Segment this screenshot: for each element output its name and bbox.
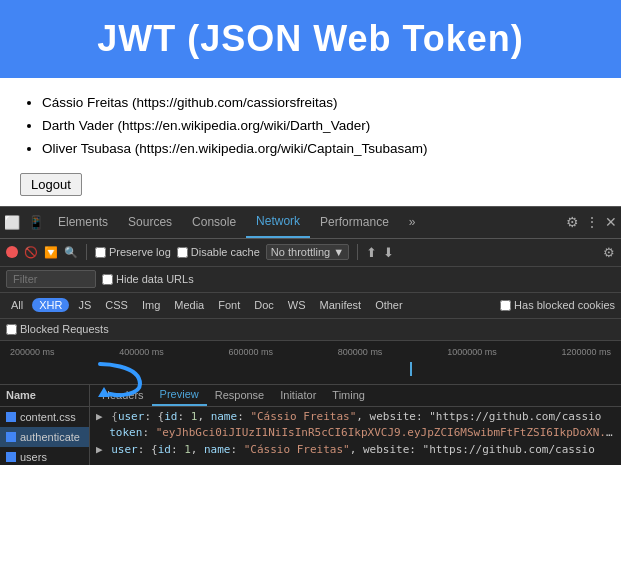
timeline: 200000 ms 400000 ms 600000 ms 800000 ms … xyxy=(0,341,621,385)
timeline-labels: 200000 ms 400000 ms 600000 ms 800000 ms … xyxy=(0,343,621,357)
filter-bar: Hide data URLs xyxy=(0,267,621,293)
type-btn-font[interactable]: Font xyxy=(213,298,245,312)
mobile-icon[interactable]: 📱 xyxy=(28,215,44,230)
preview-tab-initiator[interactable]: Initiator xyxy=(272,385,324,406)
timeline-indicator xyxy=(410,362,412,376)
type-btn-img[interactable]: Img xyxy=(137,298,165,312)
chevron-down-icon: ▼ xyxy=(333,246,344,258)
page-title: JWT (JSON Web Token) xyxy=(20,18,601,60)
network-toolbar: 🚫 🔽 🔍 Preserve log Disable cache No thro… xyxy=(0,239,621,267)
preview-tab-timing[interactable]: Timing xyxy=(324,385,373,406)
preview-tab-headers[interactable]: Headers xyxy=(94,385,152,406)
filter-icon[interactable]: 🔽 xyxy=(44,245,58,259)
tab-sources[interactable]: Sources xyxy=(118,207,182,238)
file-list-panel: Name content.css authenticate users Head xyxy=(0,385,621,465)
tab-more[interactable]: » xyxy=(399,207,426,238)
type-btn-media[interactable]: Media xyxy=(169,298,209,312)
has-blocked-cookies-input[interactable] xyxy=(500,300,511,311)
type-btn-xhr[interactable]: XHR xyxy=(32,298,69,312)
clear-icon[interactable]: 🚫 xyxy=(24,245,38,259)
type-btn-other[interactable]: Other xyxy=(370,298,408,312)
tab-network[interactable]: Network xyxy=(246,207,310,238)
resize-icons: ⬜ 📱 xyxy=(4,215,44,230)
preview-line-2: token: "eyJhbGci0iJIUzI1NiIsInR5cCI6IkpX… xyxy=(96,425,615,442)
page-header: JWT (JSON Web Token) xyxy=(0,0,621,78)
download-icon[interactable]: ⬇ xyxy=(383,245,394,260)
throttle-dropdown[interactable]: No throttling ▼ xyxy=(266,244,349,260)
logout-button[interactable]: Logout xyxy=(20,173,82,196)
preview-line-1: ▶ {user: {id: 1, name: "Cássio Freitas",… xyxy=(96,409,615,426)
devtools-tab-bar: ⬜ 📱 Elements Sources Console Network Per… xyxy=(0,207,621,239)
upload-icon[interactable]: ⬆ xyxy=(366,245,377,260)
preview-tabs: Headers Preview Response Initiator Timin… xyxy=(90,385,621,407)
type-btn-ws[interactable]: WS xyxy=(283,298,311,312)
file-item-authenticate[interactable]: authenticate xyxy=(0,427,89,447)
inspect-icon[interactable]: ⬜ xyxy=(4,215,20,230)
list-item: Darth Vader (https://en.wikipedia.org/wi… xyxy=(42,115,601,138)
preview-area: Headers Preview Response Initiator Timin… xyxy=(90,385,621,465)
devtools-panel: ⬜ 📱 Elements Sources Console Network Per… xyxy=(0,206,621,465)
timeline-label-5: 1000000 ms xyxy=(447,347,497,357)
record-button[interactable] xyxy=(6,246,18,258)
timeline-label-2: 400000 ms xyxy=(119,347,164,357)
file-checkbox-users xyxy=(6,452,16,462)
expand-arrow-1: ▶ xyxy=(96,410,103,423)
type-btn-all[interactable]: All xyxy=(6,298,28,312)
has-blocked-cookies-checkbox[interactable]: Has blocked cookies xyxy=(500,299,615,311)
search-icon[interactable]: 🔍 xyxy=(64,245,78,259)
blocked-requests-checkbox[interactable]: Blocked Requests xyxy=(6,323,109,335)
file-checkbox-active xyxy=(6,432,16,442)
timeline-label-6: 1200000 ms xyxy=(561,347,611,357)
type-btn-js[interactable]: JS xyxy=(73,298,96,312)
separator2 xyxy=(357,244,358,260)
preview-tab-response[interactable]: Response xyxy=(207,385,273,406)
main-content: Cássio Freitas (https://github.com/cassi… xyxy=(0,78,621,206)
type-btn-doc[interactable]: Doc xyxy=(249,298,279,312)
tab-console[interactable]: Console xyxy=(182,207,246,238)
preview-line-3: ▶ user: {id: 1, name: "Cássio Freitas", … xyxy=(96,442,615,459)
file-names-panel: Name content.css authenticate users xyxy=(0,385,90,465)
close-icon[interactable]: ✕ xyxy=(605,214,617,230)
network-settings-icon[interactable]: ⚙ xyxy=(603,245,615,260)
tab-elements[interactable]: Elements xyxy=(48,207,118,238)
hide-data-urls-input[interactable] xyxy=(102,274,113,285)
list-item: Oliver Tsubasa (https://en.wikipedia.org… xyxy=(42,138,601,161)
type-btn-css[interactable]: CSS xyxy=(100,298,133,312)
preserve-log-input[interactable] xyxy=(95,247,106,258)
filter-input[interactable] xyxy=(6,270,96,288)
list-item: Cássio Freitas (https://github.com/cassi… xyxy=(42,92,601,115)
separator xyxy=(86,244,87,260)
file-item-content-css[interactable]: content.css xyxy=(0,407,89,427)
preview-content: ▶ {user: {id: 1, name: "Cássio Freitas",… xyxy=(90,407,621,461)
file-item-users[interactable]: users xyxy=(0,447,89,467)
file-checkbox xyxy=(6,412,16,422)
type-btn-manifest[interactable]: Manifest xyxy=(315,298,367,312)
preserve-log-checkbox[interactable]: Preserve log xyxy=(95,246,171,258)
timeline-label-1: 200000 ms xyxy=(10,347,55,357)
user-list: Cássio Freitas (https://github.com/cassi… xyxy=(20,92,601,161)
blocked-requests-input[interactable] xyxy=(6,324,17,335)
tab-performance[interactable]: Performance xyxy=(310,207,399,238)
preview-tab-preview[interactable]: Preview xyxy=(152,385,207,406)
more-options-icon[interactable]: ⋮ xyxy=(585,214,599,230)
file-header: Name xyxy=(0,385,89,407)
settings-icon[interactable]: ⚙ xyxy=(566,214,579,230)
blocked-requests-bar: Blocked Requests xyxy=(0,319,621,341)
devtools-action-icons: ⚙ ⋮ ✕ xyxy=(566,214,617,230)
expand-arrow-2: ▶ xyxy=(96,443,103,456)
timeline-label-3: 600000 ms xyxy=(229,347,274,357)
devtools: ⬜ 📱 Elements Sources Console Network Per… xyxy=(0,206,621,465)
disable-cache-checkbox[interactable]: Disable cache xyxy=(177,246,260,258)
hide-data-urls-checkbox[interactable]: Hide data URLs xyxy=(102,273,194,285)
disable-cache-input[interactable] xyxy=(177,247,188,258)
type-filter-bar: All XHR JS CSS Img Media Font Doc WS Man… xyxy=(0,293,621,319)
timeline-label-4: 800000 ms xyxy=(338,347,383,357)
